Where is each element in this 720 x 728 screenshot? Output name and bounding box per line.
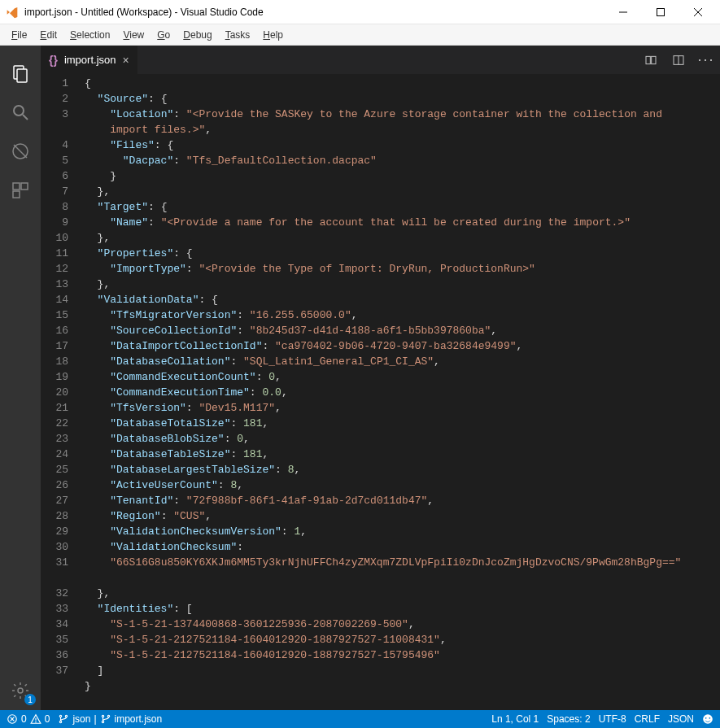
window-close-button[interactable] [679,0,717,24]
editor[interactable]: 1234567891011121314151617181920212223242… [41,74,720,710]
menu-view[interactable]: View [116,27,151,43]
status-spaces[interactable]: Spaces: 2 [547,713,590,725]
status-branch[interactable]: json | import.json [58,713,162,725]
line-number-gutter: 1234567891011121314151617181920212223242… [41,74,81,710]
status-lang[interactable]: JSON [668,713,694,725]
menu-file[interactable]: File [5,27,33,43]
menu-go[interactable]: Go [151,27,177,43]
code-content[interactable]: { "Source": { "Location": "<Provide the … [81,74,720,710]
compare-changes-button[interactable] [637,46,665,74]
split-editor-button[interactable] [665,46,692,74]
svg-point-24 [60,721,62,722]
tab-bar: {} import.json × ··· [41,46,720,74]
menu-debug[interactable]: Debug [177,27,218,43]
menu-tasks[interactable]: Tasks [219,27,257,43]
titlebar: import.json - Untitled (Workspace) - Vis… [0,0,720,24]
activity-settings[interactable]: 1 [0,671,41,710]
svg-point-13 [18,688,23,693]
svg-rect-14 [646,56,650,63]
activitybar: 1 [0,46,41,710]
statusbar: 0 0 json | import.json Ln 1, Col 1 Space… [0,710,720,728]
svg-point-25 [66,715,68,717]
svg-line-9 [14,145,27,158]
activity-search[interactable] [0,93,41,132]
status-encoding[interactable]: UTF-8 [599,713,626,725]
svg-point-26 [102,715,103,717]
svg-rect-10 [13,183,20,190]
svg-point-23 [60,715,62,717]
tab-label: import.json [64,54,116,66]
status-cursor[interactable]: Ln 1, Col 1 [491,713,539,725]
svg-rect-15 [652,56,656,63]
window-title: import.json - Untitled (Workspace) - Vis… [24,7,604,18]
vscode-icon [5,6,18,19]
svg-point-22 [35,721,36,722]
activity-extensions[interactable] [0,171,41,210]
activity-explorer[interactable] [0,54,41,93]
svg-rect-5 [17,69,27,82]
menu-help[interactable]: Help [256,27,290,43]
json-icon: {} [49,54,58,67]
svg-point-6 [14,106,24,116]
settings-badge: 1 [24,694,36,705]
activity-debug[interactable] [0,132,41,171]
status-errors[interactable]: 0 0 [7,713,50,725]
menu-edit[interactable]: Edit [33,27,63,43]
window-maximize-button[interactable] [642,0,679,24]
svg-point-31 [709,717,710,719]
menubar: File Edit Selection View Go Debug Tasks … [0,24,720,46]
svg-rect-11 [21,183,28,190]
svg-point-30 [705,717,707,719]
tab-close-button[interactable]: × [122,54,129,67]
svg-point-28 [107,715,109,717]
svg-rect-12 [13,191,20,198]
status-feedback[interactable] [702,713,713,725]
more-actions-button[interactable]: ··· [692,46,720,74]
svg-point-29 [703,714,713,724]
menu-selection[interactable]: Selection [63,27,116,43]
window-minimize-button[interactable] [604,0,642,24]
tab-import-json[interactable]: {} import.json × [41,46,138,74]
svg-point-27 [102,721,103,722]
status-eol[interactable]: CRLF [635,713,660,725]
svg-line-7 [23,115,28,120]
svg-rect-1 [657,8,665,15]
